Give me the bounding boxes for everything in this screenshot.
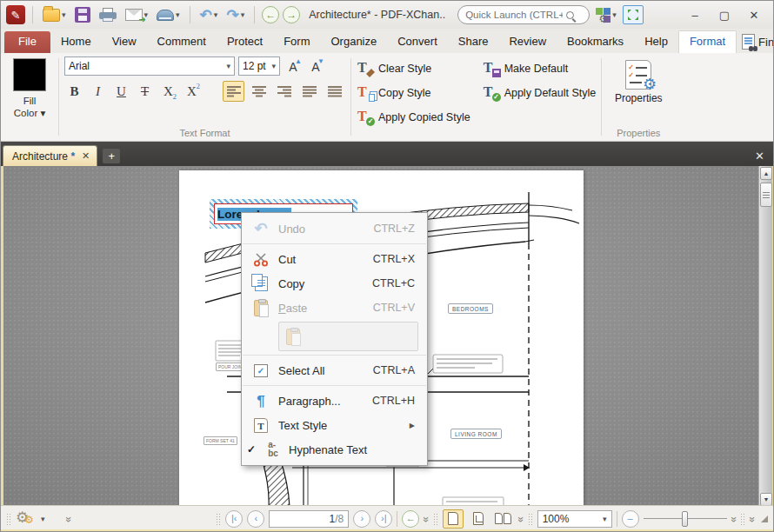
zoom-level-select[interactable]: 100% ▾ xyxy=(537,510,612,528)
close-document-button[interactable]: ✕ xyxy=(748,150,771,166)
menu-item-select-all[interactable]: ✓ Select All CTRL+A xyxy=(242,358,427,382)
continuous-view-button[interactable] xyxy=(468,509,489,529)
save-button[interactable] xyxy=(72,3,93,26)
paste-option-icon[interactable] xyxy=(286,329,300,345)
menu-item-cut[interactable]: Cut CTRL+X xyxy=(242,247,427,271)
shrink-font-button[interactable]: A▼ xyxy=(306,57,325,76)
menu-item-text-style[interactable]: T Text Style ▶ xyxy=(242,413,427,437)
grow-font-button[interactable]: A▲ xyxy=(284,57,303,76)
tab-help[interactable]: Help xyxy=(634,31,678,53)
slider-thumb[interactable] xyxy=(682,511,688,527)
chevron-down-icon[interactable]: ▾ xyxy=(612,10,617,19)
fill-color-button[interactable]: Fill Color ▾ xyxy=(14,95,45,120)
scroll-down-button[interactable]: ▼ xyxy=(760,493,772,506)
justify-button[interactable] xyxy=(298,81,320,102)
bold-button[interactable]: B xyxy=(64,81,84,102)
fullscreen-button[interactable] xyxy=(623,5,644,24)
first-page-button[interactable]: |‹ xyxy=(225,510,243,528)
properties-button[interactable]: ✓ ✓ ⚙ Properties xyxy=(610,57,668,108)
superscript-button[interactable]: X2 xyxy=(182,81,202,102)
open-button[interactable]: ▾ xyxy=(40,3,69,26)
align-center-button[interactable] xyxy=(248,81,270,102)
align-left-button[interactable] xyxy=(223,81,244,102)
tab-file[interactable]: File xyxy=(4,31,50,53)
paste-options-row[interactable] xyxy=(278,322,418,351)
two-page-view-button[interactable] xyxy=(493,509,514,529)
apply-copied-style-button[interactable]: T✓ Apply Copied Style xyxy=(357,107,470,128)
previous-view-button[interactable]: ← xyxy=(402,510,419,528)
chevron-down-icon[interactable]: ▾ xyxy=(214,10,218,19)
chevron-down-icon[interactable]: ▾ xyxy=(176,10,180,19)
chevron-down-icon[interactable]: ▾ xyxy=(41,515,45,523)
tab-bookmarks[interactable]: Bookmarks xyxy=(557,31,634,53)
font-family-select[interactable]: Arial ▾ xyxy=(64,57,235,76)
undo-button[interactable]: ↶▾ xyxy=(197,3,221,26)
document-tab-architecture[interactable]: Architecture * ✕ xyxy=(3,145,97,166)
strikethrough-button[interactable]: T xyxy=(135,81,155,102)
chevron-down-icon[interactable]: ▾ xyxy=(241,10,245,19)
tab-comment[interactable]: Comment xyxy=(147,31,217,53)
more-layouts-button[interactable]: » xyxy=(515,516,527,522)
more-options-button[interactable]: » xyxy=(420,516,432,522)
italic-button[interactable]: I xyxy=(88,81,108,102)
tab-close-icon[interactable]: ✕ xyxy=(82,150,90,162)
print-button[interactable] xyxy=(97,3,119,26)
new-tab-button[interactable]: + xyxy=(103,149,120,163)
menu-item-paste[interactable]: Paste CTRL+V xyxy=(242,296,427,320)
ui-options-button[interactable]: ⚙ ▾ xyxy=(593,3,619,26)
fill-color-swatch[interactable] xyxy=(13,58,46,91)
quick-launch-input[interactable] xyxy=(465,10,563,20)
toolbar-grip[interactable] xyxy=(433,513,438,525)
menu-item-copy[interactable]: Copy CTRL+C xyxy=(242,271,427,296)
tab-review[interactable]: Review xyxy=(498,31,557,53)
scan-button[interactable]: ▾ xyxy=(154,3,183,26)
close-button[interactable]: ✕ xyxy=(740,4,768,25)
tab-format[interactable]: Format xyxy=(678,30,737,53)
next-page-button[interactable]: › xyxy=(353,510,370,528)
justify-all-button[interactable] xyxy=(324,81,345,102)
subscript-button[interactable]: X2 xyxy=(158,81,178,102)
previous-page-button[interactable]: ‹ xyxy=(247,510,264,528)
last-page-button[interactable]: ›| xyxy=(375,510,392,528)
quick-launch-box[interactable] xyxy=(457,5,590,24)
tab-convert[interactable]: Convert xyxy=(387,31,448,53)
vertical-scrollbar[interactable]: ▲ ▼ xyxy=(758,166,772,507)
tab-home[interactable]: Home xyxy=(50,31,102,53)
font-size-select[interactable]: 12 pt ▾ xyxy=(238,57,280,76)
more-zoom-button[interactable]: » xyxy=(727,516,739,522)
zoom-slider[interactable] xyxy=(644,510,727,528)
document-canvas[interactable]: BEDROOMS LIVING ROOM POUR JOINT FORM SET… xyxy=(1,166,774,507)
tab-form[interactable]: Form xyxy=(273,31,320,53)
apply-default-style-button[interactable]: T✓ Apply Default Style xyxy=(483,83,597,103)
toolbar-grip[interactable] xyxy=(528,513,533,525)
toolbar-grip[interactable] xyxy=(6,513,11,525)
maximize-button[interactable]: ▢ xyxy=(711,4,738,25)
zoom-out-button[interactable]: – xyxy=(622,510,639,528)
underline-button[interactable]: U xyxy=(111,81,131,102)
scroll-up-button[interactable]: ▲ xyxy=(760,167,772,180)
single-page-view-button[interactable] xyxy=(443,509,464,529)
scrollbar-thumb[interactable] xyxy=(760,183,772,207)
status-options-button[interactable]: ⚙ ⚙ xyxy=(16,510,37,528)
tab-organize[interactable]: Organize xyxy=(320,31,387,53)
toolbar-grip[interactable] xyxy=(216,513,221,525)
toolbar-grip[interactable] xyxy=(740,513,745,525)
expand-toolbar-button[interactable]: » xyxy=(62,516,74,522)
menu-item-paragraph[interactable]: ¶ Paragraph... CTRL+H xyxy=(242,389,427,413)
email-button[interactable]: ▾ xyxy=(123,3,151,26)
overflow-button[interactable]: » xyxy=(746,516,758,522)
tab-view[interactable]: View xyxy=(102,31,147,53)
copy-style-button[interactable]: T Copy Style xyxy=(357,83,470,103)
chevron-down-icon[interactable]: ▾ xyxy=(62,10,66,19)
history-forward-button[interactable]: → xyxy=(283,6,300,23)
app-logo-icon[interactable]: ✎ xyxy=(6,5,25,24)
tab-protect[interactable]: Protect xyxy=(217,31,273,53)
find-button[interactable]: Find... xyxy=(737,32,774,53)
menu-item-hyphenate-text[interactable]: ✓ a-bc Hyphenate Text xyxy=(242,437,427,462)
tab-share[interactable]: Share xyxy=(448,31,499,53)
minimize-button[interactable]: – xyxy=(681,4,709,25)
redo-button[interactable]: ↷▾ xyxy=(224,3,247,26)
page-number-input[interactable]: 1/8 xyxy=(269,510,349,528)
history-back-button[interactable]: ← xyxy=(262,6,279,23)
make-default-button[interactable]: T Make Default xyxy=(483,58,597,79)
